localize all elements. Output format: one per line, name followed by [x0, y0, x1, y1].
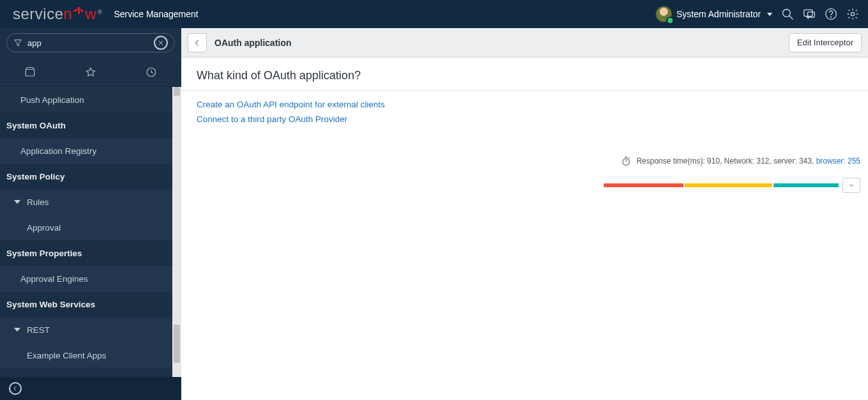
option-create-oauth-endpoint[interactable]: Create an OAuth API endpoint for externa…: [197, 97, 853, 112]
page-title: OAuth application: [214, 38, 292, 48]
avatar: [656, 6, 671, 22]
help-icon[interactable]: [825, 8, 837, 20]
svg-rect-2: [804, 10, 812, 16]
trademark-icon: ®: [98, 9, 102, 15]
caret-down-icon: [767, 13, 772, 16]
scrollbar-thumb[interactable]: [174, 325, 180, 363]
response-time-text: Response time(ms): 910, Network: 312, se…: [636, 157, 860, 165]
svg-point-4: [826, 9, 837, 20]
filter-input[interactable]: [27, 38, 149, 48]
chevron-down-icon: [14, 328, 20, 332]
nav-section-system-policy[interactable]: System Policy: [0, 164, 172, 189]
question-heading: What kind of OAuth application?: [197, 69, 853, 82]
nav-section-system-web-services[interactable]: System Web Services: [0, 291, 172, 317]
content-area: OAuth application Edit Interceptor What …: [181, 28, 868, 400]
nav-tree: Push Application System OAuth Applicatio…: [0, 87, 172, 377]
nav-item-approval[interactable]: Approval: [0, 215, 172, 240]
logo-text-2: nw: [64, 5, 97, 23]
browser-time-link[interactable]: browser: 255: [816, 157, 860, 165]
svg-point-0: [783, 10, 791, 17]
svg-point-5: [831, 17, 832, 17]
power-icon: [73, 8, 84, 20]
segment-server: [685, 183, 772, 187]
servicenow-logo: service nw ®: [13, 5, 102, 23]
content-header: OAuth application Edit Interceptor: [181, 28, 868, 58]
svg-rect-9: [26, 69, 35, 76]
tab-favorites[interactable]: [61, 58, 121, 86]
clear-filter-button[interactable]: [154, 36, 168, 50]
nav-tabs: [0, 58, 181, 87]
product-name: Service Management: [114, 9, 198, 19]
back-button[interactable]: [188, 33, 207, 52]
collapse-sidebar-button[interactable]: [9, 382, 22, 395]
app-header: service nw ® Service Management System A…: [0, 0, 868, 28]
logo-text-1: service: [13, 5, 64, 23]
nav-group-rules[interactable]: Rules: [0, 189, 172, 215]
scrollbar-track[interactable]: [172, 87, 181, 377]
segment-browser: [774, 183, 839, 187]
edit-interceptor-button[interactable]: Edit Interceptor: [789, 33, 862, 52]
divider: [181, 90, 868, 91]
expand-response-button[interactable]: [842, 178, 860, 193]
option-connect-third-party[interactable]: Connect to a third party OAuth Provider: [197, 112, 853, 127]
nav-item-push-application[interactable]: Push Application: [0, 87, 172, 112]
chat-icon[interactable]: [803, 8, 816, 20]
nav-section-system-oauth[interactable]: System OAuth: [0, 112, 172, 138]
user-menu[interactable]: System Administrator: [656, 6, 772, 22]
user-name-label: System Administrator: [677, 9, 761, 19]
nav-section-system-properties[interactable]: System Properties: [0, 240, 172, 266]
filter-navigator[interactable]: [6, 33, 175, 52]
nav-item-example-client-apps[interactable]: Example Client Apps: [0, 342, 172, 368]
gear-icon[interactable]: [846, 8, 859, 20]
nav-item-approval-engines[interactable]: Approval Engines: [0, 266, 172, 291]
nav-item-application-registry[interactable]: Application Registry: [0, 138, 172, 164]
funnel-icon: [13, 38, 22, 47]
response-time-widget: Response time(ms): 910, Network: 312, se…: [604, 156, 860, 193]
search-icon[interactable]: [781, 8, 794, 20]
tab-history[interactable]: [121, 58, 181, 86]
sidebar: Push Application System OAuth Applicatio…: [0, 28, 181, 400]
chevron-down-icon: [14, 200, 20, 204]
scroll-up-arrow[interactable]: [174, 87, 180, 96]
stopwatch-icon: [621, 156, 631, 166]
svg-point-6: [851, 12, 854, 15]
response-time-bar: [604, 183, 839, 187]
svg-line-1: [789, 16, 793, 20]
nav-group-rest[interactable]: REST: [0, 317, 172, 342]
segment-network: [604, 183, 684, 187]
tab-all-applications[interactable]: [0, 58, 60, 86]
